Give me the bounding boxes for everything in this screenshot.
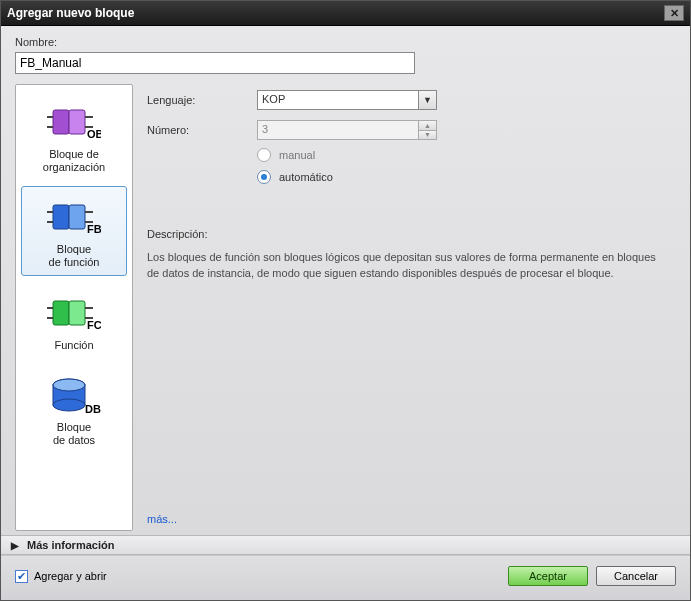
svg-text:FC: FC [87,319,101,331]
description-text: Los bloques de función son bloques lógic… [147,250,657,282]
svg-rect-0 [53,110,69,134]
fb-icon: FB [46,193,102,241]
svg-rect-14 [53,301,69,325]
fc-icon: FC [46,289,102,337]
name-label: Nombre: [15,36,676,48]
accept-button[interactable]: Aceptar [508,566,588,586]
block-item-ob[interactable]: OB Bloque de organización [21,91,127,180]
radio-manual-label: manual [279,149,315,161]
name-input[interactable] [15,52,415,74]
block-label: Bloque de datos [53,421,95,446]
number-label: Número: [147,124,257,136]
spinner-up-icon: ▲ [419,120,437,130]
titlebar: Agregar nuevo bloque ✕ [1,1,690,26]
language-value: KOP [257,90,419,110]
radio-manual[interactable]: manual [257,148,666,162]
chevron-right-icon: ▶ [9,539,21,551]
block-item-fc[interactable]: FC Función [21,282,127,359]
footer: ✔ Agregar y abrir Aceptar Cancelar [1,555,690,600]
block-label: Función [54,339,93,352]
content-area: Nombre: OB [1,26,690,535]
more-link[interactable]: más... [147,513,666,525]
svg-rect-15 [69,301,85,325]
block-label: Bloque de organización [43,148,105,173]
number-value: 3 [257,120,419,140]
form-grid: Lenguaje: KOP ▼ Número: 3 ▲ ▼ [147,90,666,140]
block-type-sidebar: OB Bloque de organización [15,84,133,531]
block-label: Bloque de función [49,243,100,268]
add-and-open-label: Agregar y abrir [34,570,107,582]
svg-rect-1 [69,110,85,134]
language-label: Lenguaje: [147,94,257,106]
radio-automatic[interactable]: automático [257,170,666,184]
svg-rect-8 [69,205,85,229]
more-info-expander[interactable]: ▶ Más información [1,535,690,555]
add-and-open-checkbox[interactable]: ✔ [15,570,28,583]
db-icon: DB [46,371,102,419]
svg-point-24 [53,379,85,391]
add-block-dialog: Agregar nuevo bloque ✕ Nombre: [0,0,691,601]
language-select[interactable]: KOP ▼ [257,90,437,110]
chevron-down-icon[interactable]: ▼ [419,90,437,110]
close-icon: ✕ [670,7,679,20]
radio-automatic-label: automático [279,171,333,183]
check-icon: ✔ [17,571,26,582]
radio-automatic-control[interactable] [257,170,271,184]
svg-text:OB: OB [87,128,101,140]
block-item-fb[interactable]: FB Bloque de función [21,186,127,275]
spinner-down-icon: ▼ [419,130,437,141]
svg-text:DB: DB [85,403,101,415]
dialog-title: Agregar nuevo bloque [7,6,134,20]
number-mode-radiogroup: manual automático [257,148,666,184]
name-row: Nombre: [15,36,676,74]
more-info-label: Más información [27,539,114,551]
description-label: Descripción: [147,228,666,240]
svg-point-23 [53,399,85,411]
block-item-db[interactable]: DB Bloque de datos [21,364,127,453]
number-spinner: 3 ▲ ▼ [257,120,437,140]
main-panel: Lenguaje: KOP ▼ Número: 3 ▲ ▼ [143,84,676,531]
cancel-button[interactable]: Cancelar [596,566,676,586]
radio-manual-control[interactable] [257,148,271,162]
close-button[interactable]: ✕ [664,5,684,21]
svg-text:FB: FB [87,223,101,235]
ob-icon: OB [46,98,102,146]
svg-rect-7 [53,205,69,229]
body-row: OB Bloque de organización [15,84,676,531]
add-and-open-row[interactable]: ✔ Agregar y abrir [15,570,107,583]
